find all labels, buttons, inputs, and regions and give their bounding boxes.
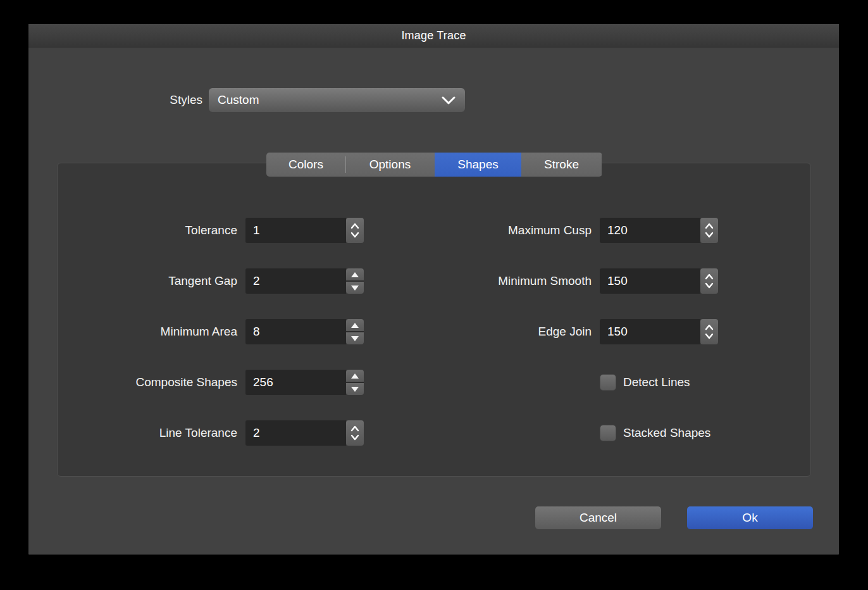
screen: { "window": { "title": "Image Trace" }, … bbox=[0, 0, 868, 590]
tab-colors[interactable]: Colors bbox=[266, 153, 345, 177]
tab-divider bbox=[345, 156, 346, 173]
minimum-smooth-field: 150 bbox=[600, 268, 718, 294]
line-tolerance-input[interactable]: 2 bbox=[245, 420, 346, 446]
edge-join-field: 150 bbox=[600, 319, 718, 344]
tab-options[interactable]: Options bbox=[345, 153, 435, 177]
tab-shapes-label: Shapes bbox=[457, 158, 498, 172]
chevron-down-icon bbox=[441, 96, 456, 104]
edge-join-input[interactable]: 150 bbox=[600, 319, 700, 344]
styles-dropdown[interactable]: Custom bbox=[209, 88, 465, 112]
styles-row: Styles Custom bbox=[28, 88, 465, 112]
line-tolerance-row: Line Tolerance 2 bbox=[28, 420, 364, 446]
stepper-down-button[interactable] bbox=[346, 282, 364, 294]
tolerance-label: Tolerance bbox=[28, 223, 237, 237]
composite-shapes-row: Composite Shapes 256 bbox=[28, 370, 364, 395]
stepper-up-button[interactable] bbox=[346, 268, 364, 280]
minimum-smooth-row: Minimum Smooth 150 bbox=[383, 268, 718, 294]
minimum-area-stepper bbox=[346, 319, 364, 344]
chevron-up-down-icon bbox=[349, 222, 361, 239]
cancel-button[interactable]: Cancel bbox=[535, 506, 661, 529]
styles-dropdown-value: Custom bbox=[218, 93, 259, 107]
minimum-smooth-stepper[interactable] bbox=[700, 268, 718, 294]
tab-colors-label: Colors bbox=[288, 158, 323, 172]
ok-button[interactable]: Ok bbox=[687, 506, 813, 529]
tab-options-label: Options bbox=[369, 158, 411, 172]
stacked-shapes-checkbox[interactable] bbox=[600, 425, 616, 441]
tab-bar: Colors Options Shapes Stroke bbox=[266, 153, 602, 177]
tolerance-stepper chevron-up-down-icon[interactable] bbox=[346, 218, 364, 243]
minimum-area-input[interactable]: 8 bbox=[245, 319, 346, 344]
line-tolerance-stepper[interactable] bbox=[346, 420, 364, 446]
minimum-smooth-input[interactable]: 150 bbox=[600, 268, 700, 294]
stepper-down-button[interactable] bbox=[346, 383, 364, 395]
minimum-area-field: 8 bbox=[245, 319, 364, 344]
tab-stroke[interactable]: Stroke bbox=[521, 153, 602, 177]
tangent-gap-field: 2 bbox=[245, 268, 364, 294]
triangle-up-icon bbox=[351, 323, 359, 328]
edge-join-row: Edge Join 150 bbox=[383, 319, 718, 344]
composite-shapes-stepper bbox=[346, 370, 364, 395]
tangent-gap-row: Tangent Gap 2 bbox=[28, 268, 364, 294]
minimum-smooth-label: Minimum Smooth bbox=[383, 274, 592, 288]
composite-shapes-label: Composite Shapes bbox=[28, 375, 237, 389]
tangent-gap-input[interactable]: 2 bbox=[245, 268, 346, 294]
chevron-up-down-icon bbox=[704, 222, 715, 239]
image-trace-dialog: Image Trace Styles Custom Colors Options… bbox=[28, 24, 839, 555]
maximum-cusp-field: 120 bbox=[600, 218, 718, 243]
tangent-gap-stepper bbox=[346, 268, 364, 294]
maximum-cusp-input[interactable]: 120 bbox=[600, 218, 700, 243]
triangle-down-icon bbox=[351, 286, 359, 291]
tolerance-row: Tolerance 1 bbox=[28, 218, 364, 243]
detect-lines-label: Detect Lines bbox=[623, 375, 690, 389]
styles-label: Styles bbox=[28, 93, 202, 107]
tab-shapes[interactable]: Shapes bbox=[435, 153, 521, 177]
dialog-title: Image Trace bbox=[401, 29, 466, 42]
maximum-cusp-label: Maximum Cusp bbox=[383, 223, 592, 237]
edge-join-stepper[interactable] bbox=[700, 319, 718, 344]
line-tolerance-label: Line Tolerance bbox=[28, 426, 237, 440]
chevron-up-down-icon bbox=[704, 272, 715, 290]
composite-shapes-input[interactable]: 256 bbox=[245, 370, 346, 395]
stepper-up-button[interactable] bbox=[346, 319, 364, 331]
tangent-gap-label: Tangent Gap bbox=[28, 274, 237, 288]
minimum-area-row: Minimum Area 8 bbox=[28, 319, 364, 344]
stacked-shapes-row: Stacked Shapes bbox=[600, 420, 710, 446]
titlebar[interactable]: Image Trace bbox=[28, 24, 839, 47]
detect-lines-checkbox[interactable] bbox=[600, 374, 616, 391]
edge-join-label: Edge Join bbox=[383, 325, 592, 339]
maximum-cusp-stepper[interactable] bbox=[700, 218, 718, 243]
detect-lines-row: Detect Lines bbox=[600, 370, 690, 395]
triangle-down-icon bbox=[351, 336, 359, 341]
maximum-cusp-row: Maximum Cusp 120 bbox=[383, 218, 718, 243]
stacked-shapes-label: Stacked Shapes bbox=[623, 426, 710, 440]
stepper-down-button[interactable] bbox=[346, 332, 364, 344]
minimum-area-label: Minimum Area bbox=[28, 325, 237, 339]
chevron-up-down-icon bbox=[349, 424, 361, 442]
composite-shapes-field: 256 bbox=[245, 370, 364, 395]
chevron-up-down-icon bbox=[704, 323, 715, 341]
stepper-up-button[interactable] bbox=[346, 370, 364, 382]
tolerance-input[interactable]: 1 bbox=[245, 218, 346, 243]
tab-stroke-label: Stroke bbox=[544, 158, 579, 172]
tolerance-field: 1 bbox=[245, 218, 364, 243]
triangle-up-icon bbox=[351, 272, 359, 277]
triangle-down-icon bbox=[351, 387, 359, 392]
triangle-up-icon bbox=[351, 373, 359, 379]
line-tolerance-field: 2 bbox=[245, 420, 364, 446]
